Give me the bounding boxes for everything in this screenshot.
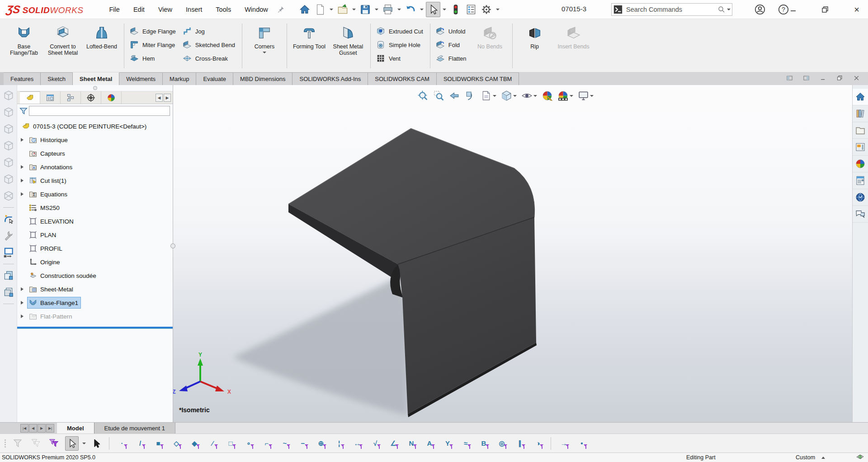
filter-balloons-button[interactable]: B [477,436,491,451]
menu-insert[interactable]: Insert [179,2,209,17]
taskpane-design-library-button[interactable] [853,105,868,122]
select-tool-caret-icon[interactable] [81,443,87,444]
tab-mbd-dimensions[interactable]: MBD Dimensions [233,72,292,85]
menu-edit[interactable]: Edit [127,2,151,17]
magnifier-icon[interactable] [717,5,726,14]
filter-cosmetic-threads-button[interactable]: ∥ [513,436,527,451]
ribbon-convert-to-sheet-metal-button[interactable]: Convert to Sheet Metal [43,21,82,57]
apply-scene-button[interactable] [556,89,575,103]
ribbon-edge-flange-button[interactable]: Edge Flange [127,24,180,38]
ribbon-rip-button[interactable]: Rip [515,21,554,50]
ribbon-lofted-bend-button[interactable]: Lofted-Bend [82,21,121,50]
ribbon-sheet-metal-gusset-button[interactable]: Sheet Metal Gusset [329,21,368,57]
globe-tag-icon[interactable] [856,453,864,462]
tree-item-origine[interactable]: Origine [17,255,173,269]
minimize-icon[interactable] [788,4,799,15]
filter-routing-points-button[interactable]: • [575,436,589,451]
rebuild-traffic-light-button[interactable] [448,2,463,17]
filter-center-marks-button[interactable]: ⊕ [314,436,328,451]
doc-close-button[interactable] [853,75,860,83]
select-cursor-button[interactable] [65,436,79,451]
filter-sketch-points-button[interactable]: ∘ [242,436,255,451]
dropdown-caret-icon[interactable] [533,95,537,97]
panel-splitter-handle[interactable] [170,243,175,248]
dropdown-caret-icon[interactable] [570,95,573,97]
rollback-bar[interactable] [17,327,173,329]
tree-item-annotations[interactable]: AAnnotations [17,160,173,174]
tree-item-elevation[interactable]: ELEVATION [17,214,173,228]
tree-item-07015-3-code-de-peinture-defaut[interactable]: 07015-3 (CODE DE PEINTURE<Defaut>) [17,119,173,133]
dropdown-caret-icon[interactable] [493,95,496,97]
tree-item-sheet-metal[interactable]: Sheet-Metal [17,282,173,296]
dimxpert-tab[interactable] [81,91,101,104]
prev-tab-icon[interactable]: ◀ [29,424,37,433]
tree-item-cut-list-1[interactable]: Cut list(1) [17,174,173,187]
split-left-button[interactable] [786,75,793,83]
new-document-button[interactable] [313,2,327,17]
tab-features[interactable]: Features [4,72,41,85]
filter-solid-bodies-button[interactable]: ◆ [188,436,201,451]
filter-section-views-button[interactable]: ◑ [531,436,545,451]
propertymanager-tab[interactable] [40,91,61,104]
filter-planes-button[interactable]: □ [224,436,237,451]
expand-arrow-icon[interactable] [17,314,27,318]
filter-vertices-button[interactable]: · [115,436,129,451]
expand-arrow-icon[interactable] [17,138,27,142]
ribbon-cross-break-button[interactable]: Cross-Break [180,52,239,65]
split-right-button[interactable] [803,75,810,83]
units-selector[interactable]: Custom [796,454,825,461]
ribbon-extruded-cut-button[interactable]: Extruded Cut [373,24,427,38]
filter-datum-targets-button[interactable]: ◎ [495,436,509,451]
menu-window[interactable]: Window [238,2,275,17]
taskpane-view-palette-button[interactable] [853,139,868,156]
sketch-button[interactable] [2,212,15,226]
hide-show-items-button[interactable] [520,89,538,103]
ribbon-forming-tool-button[interactable]: Forming Tool [290,21,329,50]
filter-centerlines-button[interactable]: ¦ [332,436,346,451]
ribbon-hem-button[interactable]: Hem [127,52,180,65]
select-cursor-button[interactable] [426,2,440,17]
select-all-filters-button[interactable] [47,436,61,451]
pin-menu-icon[interactable] [277,5,285,14]
filter-sketch-segments-button[interactable]: ~ [278,436,292,451]
ribbon-sketched-bend-button[interactable]: Sketched Bend [180,38,239,52]
filter-faces-button[interactable]: ■ [151,436,165,451]
featuremanager-tree-tab[interactable] [20,91,40,104]
last-tab-icon[interactable]: ▶| [46,424,54,433]
close-icon[interactable]: × [851,4,863,15]
tab-sketch[interactable]: Sketch [41,72,73,85]
ribbon-miter-flange-button[interactable]: Miter Flange [127,38,180,52]
ribbon-simple-hole-button[interactable]: Simple Hole [373,38,427,52]
view-settings-button[interactable] [576,89,595,103]
fm-tabs-scroll-left[interactable]: ◀ [156,94,163,102]
menu-view[interactable]: View [151,2,179,17]
settings-gear-button[interactable] [479,2,494,17]
filter-dimensions-button[interactable]: ↔ [350,436,364,451]
zoom-to-area-button[interactable] [432,89,446,103]
taskpane-appearances-scenes-button[interactable] [853,156,868,172]
filter-geometric-tolerances-button[interactable]: ∠ [387,436,400,451]
tab-markup[interactable]: Markup [163,72,196,85]
filter-connection-points-button[interactable]: → [557,436,571,451]
new-document-caret-icon[interactable] [328,9,335,10]
tab-sheet-metal[interactable]: Sheet Metal [73,72,119,85]
filter-weld-symbols-button[interactable]: Y [441,436,454,451]
panel-top-grip[interactable] [17,85,173,91]
tree-item-capteurs[interactable]: Capteurs [17,147,173,160]
zoom-to-fit-button[interactable] [416,89,430,103]
open-button[interactable] [335,2,350,17]
copy-bodies-button[interactable] [2,269,15,282]
taskpane-file-explorer-button[interactable] [853,122,868,139]
dropdown-caret-icon[interactable] [513,95,517,97]
expand-arrow-icon[interactable] [17,192,27,196]
tree-item-ms250[interactable]: MS250 [17,201,173,214]
filter-sketches-button[interactable]: ⌐ [260,436,274,451]
tree-item-base-flange1[interactable]: Base-Flange1 [17,296,173,310]
tab-solidworks-cam[interactable]: SOLIDWORKS CAM [368,72,437,85]
search-caret-icon[interactable] [726,9,732,10]
expand-arrow-icon[interactable] [17,165,27,169]
tab-weldments[interactable]: Weldments [119,72,163,85]
doc-minimize-button[interactable] [820,75,826,83]
ribbon-corners-button[interactable]: Corners [245,21,284,54]
filter-surface-finish-button[interactable]: √ [368,436,382,451]
